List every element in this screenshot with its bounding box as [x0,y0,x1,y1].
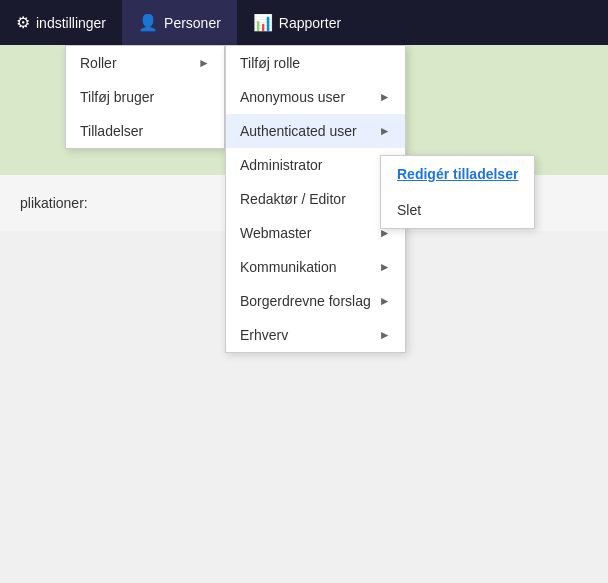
menu-item-webmaster-label: Webmaster [240,225,311,241]
chart-icon: 📊 [253,13,273,32]
menu-item-redaktor-editor-label: Redaktør / Editor [240,191,346,207]
dropdown-level1: Roller ► Tilføj bruger Tilladelser [65,45,225,149]
tab-rapporter[interactable]: 📊 Rapporter [237,0,357,45]
top-nav: ⚙ indstillinger 👤 Personer 📊 Rapporter [0,0,608,45]
menu-item-administrator[interactable]: Administrator ► [226,148,405,182]
menu-item-tilladelser-label: Tilladelser [80,123,143,139]
menu-item-rediger-tilladelser-label: Redigér tilladelser [397,166,518,182]
tab-rapporter-label: Rapporter [279,15,341,31]
content-text: plikationer: [20,195,88,211]
menu-item-kommunikation[interactable]: Kommunikation ► [226,250,405,284]
menu-item-slet[interactable]: Slet [381,192,534,228]
menu-item-roller-label: Roller [80,55,117,71]
chevron-right-icon: ► [198,56,210,70]
menu-item-slet-label: Slet [397,202,421,218]
menu-item-kommunikation-label: Kommunikation [240,259,337,275]
settings-icon: ⚙ [16,13,30,32]
menu-item-webmaster[interactable]: Webmaster ► [226,216,405,250]
dropdown-level3: Redigér tilladelser Slet [380,155,535,229]
chevron-right-icon-borg: ► [379,294,391,308]
menu-item-borgerdrevne-forslag-label: Borgerdrevne forslag [240,293,371,309]
tab-personer-label: Personer [164,15,221,31]
menu-item-roller[interactable]: Roller ► [66,46,224,80]
chevron-right-icon-auth: ► [379,124,391,138]
menu-item-anonymous-user-label: Anonymous user [240,89,345,105]
menu-item-tilfoj-bruger-label: Tilføj bruger [80,89,154,105]
menu-item-tilladelser[interactable]: Tilladelser [66,114,224,148]
person-icon: 👤 [138,13,158,32]
tab-indstillinger-label: indstillinger [36,15,106,31]
tab-indstillinger[interactable]: ⚙ indstillinger [0,0,122,45]
tab-personer[interactable]: 👤 Personer [122,0,237,45]
menu-item-erhverv[interactable]: Erhverv ► [226,318,405,352]
chevron-right-icon-anon: ► [379,90,391,104]
menu-item-tilfoj-bruger[interactable]: Tilføj bruger [66,80,224,114]
chevron-right-icon-erh: ► [379,328,391,342]
menu-item-administrator-label: Administrator [240,157,322,173]
menu-item-tilfoj-rolle[interactable]: Tilføj rolle [226,46,405,80]
dropdown-level2: Tilføj rolle Anonymous user ► Authentica… [225,45,406,353]
chevron-right-icon-kom: ► [379,260,391,274]
menu-item-authenticated-user[interactable]: Authenticated user ► [226,114,405,148]
menu-item-tilfoj-rolle-label: Tilføj rolle [240,55,300,71]
menu-item-rediger-tilladelser[interactable]: Redigér tilladelser [381,156,534,192]
menu-item-anonymous-user[interactable]: Anonymous user ► [226,80,405,114]
menu-item-erhverv-label: Erhverv [240,327,288,343]
menu-item-redaktor-editor[interactable]: Redaktør / Editor ► [226,182,405,216]
menu-item-borgerdrevne-forslag[interactable]: Borgerdrevne forslag ► [226,284,405,318]
menu-item-authenticated-user-label: Authenticated user [240,123,357,139]
